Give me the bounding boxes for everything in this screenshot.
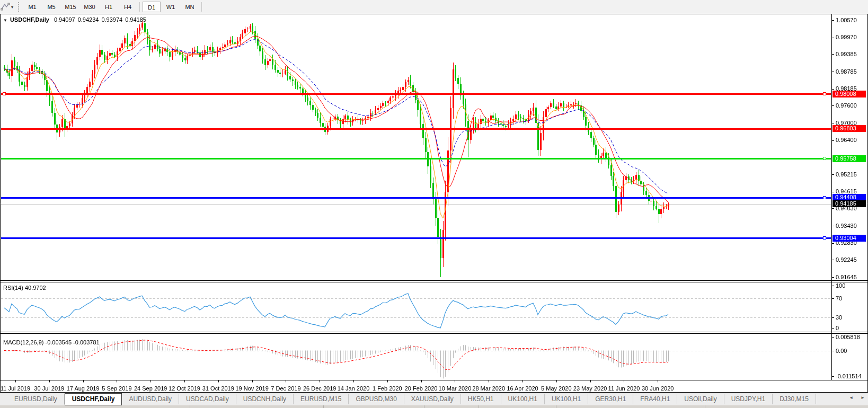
timeframe-button-mn[interactable]: MN <box>181 2 199 12</box>
chart-tab-ger30-h1[interactable]: GER30,H1 <box>588 394 633 404</box>
timeframe-button-h4[interactable]: H4 <box>119 2 137 12</box>
rsi-indicator-label: RSI(14) 40.9702 <box>3 285 46 291</box>
chart-tab-usdchf-daily[interactable]: USDCHF,Daily <box>65 393 122 405</box>
toolbar: ▾ M1M5M15M30H1H4D1W1MN <box>0 0 868 14</box>
chart-tab-xauusd-daily[interactable]: XAUUSD,Daily <box>404 394 461 404</box>
date-label: 23 May 2020 <box>573 385 607 392</box>
date-label: 10 Mar 2020 <box>439 385 472 392</box>
chart-tab-usdcad-daily[interactable]: USDCAD,Daily <box>179 394 236 404</box>
price-tick-label: 0.96400 <box>836 137 857 144</box>
rsi-scale-label: 30 <box>836 314 842 321</box>
date-label: 28 Mar 2020 <box>472 385 505 392</box>
collapse-arrow-icon[interactable]: ▼ <box>3 18 7 23</box>
status-bar-divider <box>705 405 705 408</box>
chart-tab-hk50-h1[interactable]: HK50,H1 <box>461 394 501 404</box>
toolbar-grip[interactable] <box>18 2 19 12</box>
chart-tab-eurusd-daily[interactable]: EURUSD,Daily <box>7 394 65 404</box>
date-label: 1 Feb 2020 <box>373 385 402 392</box>
timeframe-button-d1[interactable]: D1 <box>143 2 161 12</box>
timeframe-button-m15[interactable]: M15 <box>61 2 79 12</box>
drawing-tool-group: ▾ <box>0 2 15 12</box>
date-label: 30 Jun 2020 <box>642 385 674 392</box>
status-bar-divider <box>556 405 556 408</box>
date-label: 30 Jul 2019 <box>34 385 64 392</box>
price-tick-label: 1.00570 <box>836 17 857 24</box>
chart-tab-audusd-daily[interactable]: AUDUSD,Daily <box>122 394 179 404</box>
price-level-tag-0.94408: 0.94408 <box>832 194 866 201</box>
macd-scale-label: 0.005818 <box>836 334 860 340</box>
chart-tab-dj30-m15[interactable]: DJ30,M15 <box>773 394 816 404</box>
chart-tab-bar: EURUSD,DailyUSDCHF,DailyAUDUSD,DailyUSDC… <box>0 393 868 405</box>
chart-tab-uk100-h1[interactable]: UK100,H1 <box>501 394 545 404</box>
date-label: 14 Jan 2020 <box>338 385 370 392</box>
tab-scroll-buttons: ◄ ► <box>849 395 865 400</box>
chart-tab-fra40-h1[interactable]: FRA40,H1 <box>633 394 677 404</box>
timeframe-button-h1[interactable]: H1 <box>100 2 118 12</box>
rsi-scale-label: 0 <box>836 325 839 331</box>
date-label: 12 Oct 2019 <box>169 385 200 392</box>
date-label: 26 Dec 2019 <box>303 385 336 392</box>
date-label: 20 Feb 2020 <box>405 385 438 392</box>
status-bar-divider <box>424 405 424 408</box>
price-tick-label: 0.99970 <box>836 34 857 41</box>
chart-canvas[interactable] <box>0 14 868 393</box>
drawing-tool-icon[interactable] <box>1 2 10 12</box>
macd-indicator-label: MACD(12,26,9) -0.003545 -0.003781 <box>3 339 100 345</box>
price-level-tag-0.96803: 0.96803 <box>832 125 866 132</box>
timeframe-button-m30[interactable]: M30 <box>81 2 99 12</box>
price-tick-label: 0.95215 <box>836 171 857 178</box>
current-price-tag-0.94185: 0.94185 <box>832 200 866 207</box>
chart-window: ▼USDCHF,Daily0.940970.942340.939740.9418… <box>0 14 868 393</box>
rsi-scale-label: 70 <box>836 295 842 301</box>
date-label: 17 Aug 2019 <box>67 385 100 392</box>
status-bar-divider <box>479 405 479 408</box>
price-tick-label: 0.97600 <box>836 102 857 109</box>
mt4-window: ▾ M1M5M15M30H1H4D1W1MN ▼USDCHF,Daily0.94… <box>0 0 868 408</box>
toolbar-separator <box>139 2 140 12</box>
ohlc-close: 0.94185 <box>125 16 146 23</box>
price-level-tag-0.98008: 0.98008 <box>832 91 866 97</box>
status-bar-divider <box>190 405 190 408</box>
timeframe-button-w1[interactable]: W1 <box>162 2 180 12</box>
tab-scroll-left-icon[interactable]: ◄ <box>849 395 853 400</box>
price-tick-label: 0.92245 <box>836 256 857 263</box>
chart-tab-eurusd-m15[interactable]: EURUSD,M15 <box>294 394 349 404</box>
macd-scale-label: -0.011514 <box>836 373 862 379</box>
price-level-tag-0.95758: 0.95758 <box>832 155 866 162</box>
date-label: 11 Jun 2020 <box>608 385 640 392</box>
date-label: 16 Apr 2020 <box>507 385 538 392</box>
price-level-tag-0.93004: 0.93004 <box>832 235 866 242</box>
toolbar-separator <box>201 2 202 12</box>
tab-scroll-right-icon[interactable]: ► <box>861 395 865 400</box>
date-label: 11 Jul 2019 <box>1 385 30 392</box>
price-tick-label: 0.93430 <box>836 223 857 229</box>
price-tick-label: 0.91645 <box>836 274 857 281</box>
ohlc-open: 0.94097 <box>54 16 75 23</box>
status-bar <box>0 405 868 408</box>
date-label: 5 Sep 2019 <box>102 385 131 392</box>
ohlc-high: 0.94234 <box>78 16 99 23</box>
timeframe-buttons: M1M5M15M30H1H4D1W1MN <box>23 2 204 12</box>
chart-tab-usoil-daily[interactable]: USOil,Daily <box>677 394 724 404</box>
date-label: 31 Oct 2019 <box>202 385 234 392</box>
chart-tab-uk100-h1[interactable]: UK100,H1 <box>545 394 588 404</box>
price-tick-label: 0.99385 <box>836 51 857 58</box>
chart-tab-usdjpy-h1[interactable]: USDJPY,H1 <box>724 394 773 404</box>
status-bar-divider <box>323 405 324 408</box>
toolbar-dropdown-arrow-icon[interactable]: ▾ <box>11 5 13 10</box>
rsi-scale-label: 100 <box>836 282 845 289</box>
date-label: 19 Nov 2019 <box>235 385 268 392</box>
macd-scale-label: 0.00 <box>836 348 847 354</box>
timeframe-button-m5[interactable]: M5 <box>42 2 60 12</box>
chart-tab-usdcnh-daily[interactable]: USDCNH,Daily <box>236 394 294 404</box>
chart-tab-gbpusd-m30[interactable]: GBPUSD,M30 <box>349 394 404 404</box>
date-label: 5 May 2020 <box>541 385 571 392</box>
chart-symbol-label: USDCHF,Daily <box>10 16 49 23</box>
price-tick-label: 0.98785 <box>836 68 857 75</box>
chart-title: ▼USDCHF,Daily0.940970.942340.939740.9418… <box>3 16 149 23</box>
date-label: 7 Dec 2019 <box>271 385 300 392</box>
timeframe-button-m1[interactable]: M1 <box>23 2 41 12</box>
ohlc-low: 0.93974 <box>101 16 122 23</box>
date-label: 24 Sep 2019 <box>134 385 167 392</box>
